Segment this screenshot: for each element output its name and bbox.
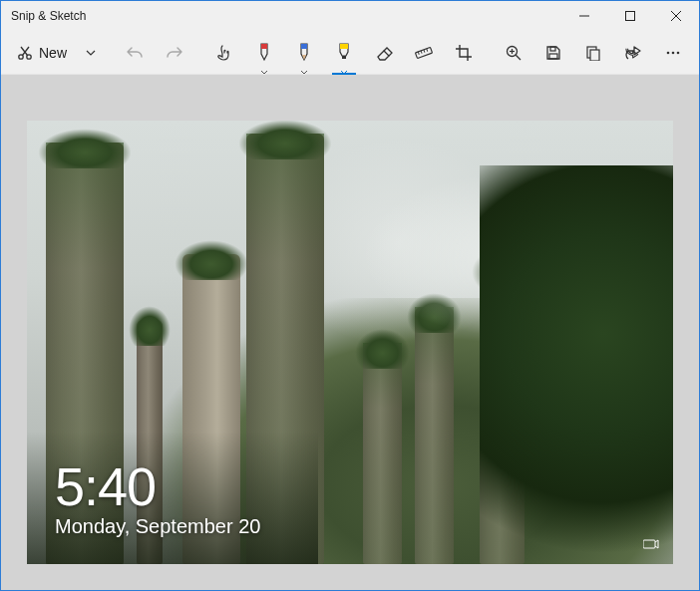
svg-rect-15 [342, 56, 346, 59]
maximize-button[interactable] [607, 1, 653, 31]
snip-icon [17, 45, 33, 61]
more-icon [665, 45, 681, 61]
new-snip-delay-dropdown[interactable] [77, 33, 105, 73]
copy-icon [585, 45, 601, 61]
svg-rect-14 [340, 44, 348, 49]
eraser-button[interactable] [364, 33, 404, 73]
svg-rect-26 [549, 54, 557, 59]
svg-point-29 [667, 51, 670, 54]
canvas-area: 5:40 Monday, September 20 [1, 75, 699, 590]
ballpoint-pen-button[interactable] [244, 33, 284, 73]
svg-rect-25 [550, 47, 555, 51]
save-icon [545, 45, 561, 61]
lock-screen-date: Monday, September 20 [55, 515, 260, 538]
window-controls [561, 1, 699, 31]
close-icon [671, 11, 681, 21]
pencil-icon [295, 42, 313, 64]
svg-rect-32 [643, 540, 655, 548]
share-button[interactable] [613, 33, 653, 73]
copy-button[interactable] [573, 33, 613, 73]
chevron-down-icon [340, 70, 348, 75]
redo-button[interactable] [155, 33, 194, 73]
svg-line-22 [516, 55, 521, 60]
captured-screenshot: 5:40 Monday, September 20 [27, 121, 673, 564]
lock-screen-overlay: 5:40 Monday, September 20 [55, 459, 260, 538]
eraser-icon [375, 44, 393, 62]
svg-rect-28 [590, 50, 599, 61]
svg-line-18 [421, 50, 422, 53]
crop-icon [455, 44, 473, 62]
toolbar: New [1, 31, 699, 75]
undo-button[interactable] [115, 33, 155, 73]
svg-line-20 [427, 48, 428, 51]
ballpoint-pen-icon [255, 42, 273, 64]
touch-writing-icon [215, 44, 233, 62]
maximize-icon [625, 11, 635, 21]
pencil-button[interactable] [284, 33, 324, 73]
title-bar: Snip & Sketch [1, 1, 699, 31]
canvas-top-margin [1, 75, 699, 121]
svg-marker-11 [301, 44, 307, 49]
highlighter-icon [335, 42, 353, 64]
svg-line-19 [424, 49, 425, 52]
svg-marker-9 [261, 44, 267, 49]
new-label: New [39, 45, 67, 61]
save-button[interactable] [533, 33, 573, 73]
zoom-button[interactable] [494, 33, 533, 73]
network-icon [643, 536, 659, 554]
svg-rect-1 [626, 12, 635, 21]
svg-rect-16 [415, 47, 432, 58]
crop-button[interactable] [444, 33, 484, 73]
share-icon [624, 44, 642, 62]
chevron-down-icon [260, 70, 268, 75]
ruler-button[interactable] [404, 33, 444, 73]
zoom-icon [505, 44, 523, 62]
more-button[interactable] [653, 33, 693, 73]
lock-screen-time: 5:40 [55, 459, 260, 513]
new-snip-button[interactable]: New [7, 33, 77, 73]
minimize-icon [579, 11, 589, 21]
close-button[interactable] [653, 1, 699, 31]
redo-icon [166, 44, 183, 62]
highlighter-button[interactable] [324, 33, 364, 73]
svg-point-31 [677, 51, 680, 54]
minimize-button[interactable] [561, 1, 607, 31]
canvas-bottom-margin [1, 564, 699, 590]
ruler-icon [415, 44, 433, 62]
chevron-down-icon [300, 70, 308, 75]
undo-icon [126, 44, 144, 62]
svg-point-30 [672, 51, 675, 54]
touch-writing-button[interactable] [204, 33, 244, 73]
svg-line-17 [418, 51, 419, 54]
window-title: Snip & Sketch [11, 9, 561, 23]
image-viewport[interactable]: 5:40 Monday, September 20 [1, 121, 699, 564]
chevron-down-icon [86, 48, 96, 58]
